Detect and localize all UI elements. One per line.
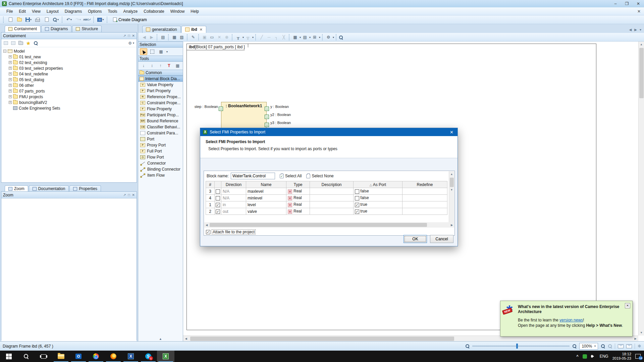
tree-item-04-test-redefine[interactable]: +04 test_redefine [1, 71, 137, 77]
dialog-titlebar[interactable]: X Select FMI Properties to Import ✕ [200, 128, 458, 136]
expander-icon[interactable]: + [9, 95, 12, 98]
table-row-valve[interactable]: 2✓outvalveVReal✓ true [206, 208, 447, 215]
menu-file[interactable]: File [3, 8, 16, 15]
scrollbar-thumb[interactable] [210, 223, 427, 227]
align-top-icon[interactable]: ↑ [157, 62, 164, 69]
tab-zoom[interactable]: Zoom [5, 185, 28, 192]
new-project-button[interactable] [6, 16, 14, 23]
palette-item-classifier-behavi[interactable]: CBClassifier Behavi... [138, 124, 183, 130]
task-view-button[interactable] [35, 351, 52, 362]
minimize-panel-icon[interactable]: □ [128, 193, 130, 197]
palette-item-flow-port[interactable]: ◇Flow Port [138, 154, 183, 160]
undo-button[interactable]: ↶▾ [65, 16, 73, 23]
search-icon[interactable] [34, 41, 38, 45]
as-port-checkbox[interactable] [355, 189, 359, 194]
layout-icon[interactable]: ╥ [235, 35, 241, 40]
menu-window[interactable]: Window [167, 8, 188, 15]
expander-icon[interactable]: + [9, 61, 12, 64]
column-header-redefine[interactable]: Redefine [402, 181, 447, 188]
swimlane-tool-icon[interactable]: ▦ [174, 62, 181, 69]
tree-item-bouncingballv2[interactable]: +bouncingBallV2 [1, 100, 137, 105]
palette-item-connector[interactable]: Connector [138, 160, 183, 166]
attach-file-checkbox[interactable]: ✓ [206, 230, 210, 234]
zoom-out-icon[interactable] [465, 344, 470, 348]
palette-item-constraint-para[interactable]: Constraint Para... [138, 130, 183, 136]
path-style-oblique-icon[interactable]: ╱ [258, 35, 265, 40]
scroll-left-icon[interactable]: ◀ [204, 222, 209, 228]
palette-tools-header[interactable]: Tools [138, 56, 183, 62]
paste-icon[interactable]: ▭ [209, 35, 215, 40]
minimize-panel-icon[interactable]: □ [128, 34, 130, 38]
related-elements-icon[interactable]: ▦ [171, 35, 178, 40]
favorites-icon[interactable]: ★ [26, 41, 31, 46]
firefox-button[interactable] [105, 351, 122, 362]
menu-layout[interactable]: Layout [44, 8, 62, 15]
display-paths-icon[interactable]: ▨ [178, 35, 185, 40]
menu-tools[interactable]: Tools [105, 8, 120, 15]
diagram-options-gear-icon[interactable]: ⚙ [325, 35, 332, 40]
palette-item-binding-connector[interactable]: Binding Connector [138, 166, 183, 172]
show-grid-icon[interactable]: ▦ [292, 35, 299, 40]
magicdraw-button[interactable]: X [122, 351, 140, 362]
skype-button[interactable]: S1 [140, 351, 157, 362]
tray-expand-icon[interactable]: ^ [576, 354, 578, 358]
minimize-icon[interactable]: – [610, 0, 621, 7]
tray-green-app-icon[interactable] [583, 354, 587, 359]
tree-item-02-test-existing[interactable]: +02 test_existing [1, 60, 137, 65]
tab-list-icon[interactable]: ▾ [640, 28, 641, 32]
as-port-checkbox[interactable]: ✓ [355, 203, 359, 207]
palette-item-flow-property[interactable]: FFlow Property [138, 106, 183, 112]
menu-help[interactable]: Help [187, 8, 202, 15]
expander-icon[interactable]: + [9, 78, 12, 81]
start-button[interactable] [0, 351, 17, 362]
cameo-button[interactable]: X [157, 351, 174, 362]
zoom-to-selection-icon[interactable] [608, 344, 612, 348]
back-icon[interactable]: ◀ [141, 35, 148, 40]
close-panel-icon[interactable]: ✕ [132, 193, 135, 197]
fit-in-window-icon[interactable] [601, 344, 605, 348]
tab-containment[interactable]: Containment [5, 25, 41, 32]
row-select-checkbox[interactable]: ✓ [216, 209, 220, 214]
tree-item-06-other[interactable]: +06 other [1, 82, 137, 88]
text-tool-icon[interactable]: T [165, 62, 172, 69]
table-row-maxlevel[interactable]: 3N/AmaxlevelVReal false [206, 188, 447, 195]
vertical-spacing-icon[interactable]: ↕ [148, 62, 155, 69]
palette-item-participant-prop[interactable]: ParParticipant Prop... [138, 112, 183, 118]
palette-item-bound-reference[interactable]: BRBound Reference [138, 118, 183, 124]
zoom-level-select[interactable]: 100%▾ [579, 343, 598, 350]
palette-item-value-property[interactable]: VValue Property [138, 82, 183, 88]
row-select-checkbox[interactable] [216, 196, 220, 200]
expander-icon[interactable]: − [3, 50, 6, 53]
row-select-checkbox[interactable] [216, 189, 220, 194]
tab-diagrams[interactable]: Diagrams [41, 25, 71, 32]
close-tab-icon[interactable]: ✕ [200, 27, 203, 32]
port-step[interactable]: → [219, 107, 223, 111]
scroll-right-icon[interactable]: ▶ [449, 222, 454, 228]
tree-item-07-parts-ports[interactable]: +07 parts_ports [1, 88, 137, 94]
scroll-down-icon[interactable]: ▼ [639, 330, 644, 336]
select-none-button[interactable]: Select None [306, 174, 333, 178]
scroll-up-icon[interactable]: ▲ [639, 42, 644, 47]
find-button[interactable]: ▾ [52, 16, 60, 23]
zoom-icon[interactable] [339, 35, 343, 40]
expander-icon[interactable]: + [9, 89, 12, 93]
palette-item-constraint-prope[interactable]: CConstraint Prope... [138, 100, 183, 106]
notification-settings-icon[interactable] [626, 344, 632, 348]
show-containment-icon[interactable]: ▤ [160, 35, 166, 40]
language-indicator[interactable]: ENG [600, 354, 608, 359]
tab-structure[interactable]: Structure [72, 25, 102, 32]
clock[interactable]: 18:12 2019-05-23 [612, 352, 631, 361]
path-style-bent-icon[interactable]: ┐ [273, 35, 280, 40]
tab-generalization[interactable]: generalization [142, 26, 181, 33]
port-y[interactable]: → [265, 107, 269, 111]
expander-icon[interactable]: + [9, 72, 12, 75]
expander-icon[interactable]: + [9, 84, 12, 87]
expander-icon[interactable]: + [9, 67, 12, 70]
redo-button[interactable]: ↷▾ [74, 16, 82, 23]
show-diagram-info-icon[interactable]: ⊞ [311, 35, 318, 40]
palette-item-item-flow[interactable]: Item Flow [138, 172, 183, 178]
delete-icon[interactable]: ✕ [216, 35, 223, 40]
expander-icon[interactable]: + [9, 101, 12, 104]
notification-close-icon[interactable]: ✕ [625, 303, 630, 308]
selection-more-icon[interactable]: ▾ [166, 50, 168, 53]
